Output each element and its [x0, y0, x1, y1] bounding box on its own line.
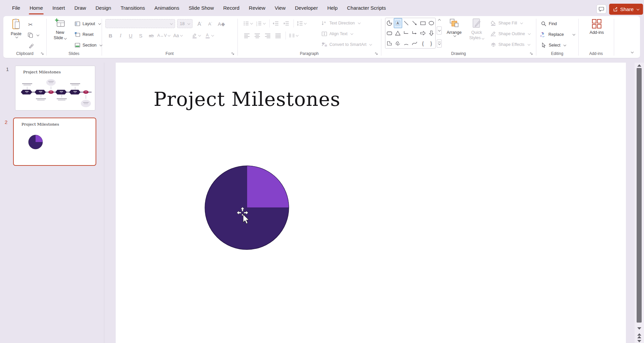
comments-button[interactable]: [596, 4, 606, 14]
menu-tab-developer[interactable]: Developer: [290, 0, 322, 16]
scroll-down-button[interactable]: [437, 26, 442, 35]
scroll-up-arrow[interactable]: [637, 64, 641, 67]
shape-scribble[interactable]: [394, 38, 402, 48]
shape-arrow-line[interactable]: [411, 18, 419, 28]
shape-outline-button[interactable]: Shape Outline: [490, 29, 530, 38]
columns-button[interactable]: [287, 31, 300, 40]
text-shadow-button[interactable]: S: [136, 31, 145, 40]
increase-indent-button[interactable]: [281, 19, 290, 28]
numbering-button[interactable]: 123: [255, 19, 266, 28]
align-right-button[interactable]: [263, 31, 272, 40]
shape-elbow-arrow-connector[interactable]: [411, 28, 419, 38]
menu-tab-transitions[interactable]: Transitions: [116, 0, 150, 16]
find-button[interactable]: Find: [541, 19, 557, 28]
line-spacing-button[interactable]: [295, 19, 308, 28]
shape-line[interactable]: [402, 18, 411, 28]
menu-tab-insert[interactable]: Insert: [48, 0, 70, 16]
shape-elbow-connector[interactable]: [402, 28, 411, 38]
menu-tab-review[interactable]: Review: [244, 0, 270, 16]
shape-rounded-rectangle[interactable]: [385, 28, 394, 38]
menu-tab-slide-show[interactable]: Slide Show: [184, 0, 218, 16]
slide-title[interactable]: Project Milestones: [154, 88, 340, 110]
dialog-launcher-icon[interactable]: [231, 52, 235, 56]
arrange-button[interactable]: Arrange: [445, 18, 464, 37]
slide-thumbnail-1[interactable]: Project Milestones: [15, 66, 95, 111]
align-center-button[interactable]: [253, 31, 262, 40]
shape-text-box-selected[interactable]: A: [394, 18, 402, 28]
dialog-launcher-icon[interactable]: [374, 52, 379, 56]
align-text-button[interactable]: Align Text: [321, 29, 353, 38]
menu-tab-design[interactable]: Design: [91, 0, 116, 16]
increase-font-size-button[interactable]: Aˆ: [195, 19, 204, 29]
quick-styles-button[interactable]: Quick Styles: [466, 18, 487, 41]
dialog-launcher-icon[interactable]: [40, 52, 45, 56]
font-color-button[interactable]: A: [203, 31, 215, 40]
shape-freeform[interactable]: [385, 38, 394, 48]
menu-tab-draw[interactable]: Draw: [70, 0, 91, 16]
new-slide-icon: [55, 18, 65, 29]
character-spacing-button[interactable]: A↔V: [157, 31, 170, 40]
replace-button[interactable]: b c Replace: [540, 30, 575, 39]
next-slide-button[interactable]: [637, 340, 641, 342]
scrollbar-thumb[interactable]: [637, 68, 642, 323]
shape-pie[interactable]: [385, 18, 394, 28]
reset-button[interactable]: Reset: [74, 30, 94, 39]
clear-formatting-button[interactable]: A◆: [216, 19, 227, 29]
copy-button[interactable]: [28, 31, 39, 40]
text-direction-button[interactable]: A Text Direction: [321, 19, 360, 27]
menu-tab-record[interactable]: Record: [218, 0, 244, 16]
shape-oval[interactable]: [427, 18, 435, 28]
cut-button[interactable]: ✂: [28, 20, 33, 29]
share-button[interactable]: Share: [609, 4, 643, 15]
menu-tab-help[interactable]: Help: [323, 0, 342, 16]
menu-tab-home[interactable]: Home: [25, 0, 48, 16]
bold-button[interactable]: B: [106, 31, 115, 40]
font-name-combobox[interactable]: [105, 19, 175, 28]
change-case-button[interactable]: Aa: [171, 31, 184, 40]
italic-button[interactable]: I: [116, 31, 125, 40]
add-ins-button[interactable]: Add-ins: [586, 19, 608, 35]
shape-fill-button[interactable]: Shape Fill: [490, 19, 523, 27]
align-left-button[interactable]: [242, 31, 251, 40]
menu-tab-file[interactable]: File: [7, 0, 25, 16]
shape-triangle[interactable]: [394, 28, 402, 38]
bullets-button[interactable]: [242, 19, 254, 28]
previous-slide-button[interactable]: [637, 333, 641, 336]
slide-canvas[interactable]: Project Milestones: [116, 63, 626, 343]
decrease-indent-button[interactable]: [271, 19, 280, 28]
panel-splitter[interactable]: [104, 63, 104, 343]
previous-slide-button-2[interactable]: [637, 336, 641, 338]
menu-tab-character-scripts[interactable]: Character Scripts: [342, 0, 391, 16]
more-shapes-button[interactable]: [437, 40, 442, 48]
section-button[interactable]: Section: [74, 41, 102, 50]
layout-button[interactable]: Layout: [74, 19, 101, 28]
shape-rectangle[interactable]: [419, 18, 427, 28]
format-painter-button[interactable]: [28, 42, 34, 50]
highlight-color-button[interactable]: [190, 31, 202, 40]
decrease-font-size-button[interactable]: Aˇ: [206, 19, 215, 29]
new-slide-button[interactable]: New Slide: [50, 18, 70, 41]
slide-thumbnail-2-selected[interactable]: Project Milestones: [13, 118, 96, 166]
justify-button[interactable]: [273, 31, 282, 40]
shape-arc[interactable]: [402, 38, 411, 48]
shape-right-arrow[interactable]: [419, 28, 427, 38]
convert-to-smartart-button[interactable]: Convert to SmartArt: [321, 40, 372, 49]
shape-left-brace[interactable]: {: [419, 38, 427, 48]
scroll-down-arrow[interactable]: [637, 327, 641, 330]
paste-button[interactable]: Paste: [7, 18, 25, 38]
pie-chart[interactable]: [204, 165, 289, 250]
dialog-launcher-icon[interactable]: [529, 52, 534, 56]
menu-tab-view[interactable]: View: [270, 0, 290, 16]
select-button[interactable]: Select: [541, 41, 566, 50]
shape-curve[interactable]: [411, 38, 419, 48]
font-size-combobox[interactable]: 18: [177, 19, 193, 28]
menu-tab-animations[interactable]: Animations: [150, 0, 184, 16]
scroll-up-icon[interactable]: [438, 19, 440, 22]
underline-button[interactable]: U: [126, 31, 135, 40]
strikethrough-button[interactable]: ab: [146, 31, 156, 40]
shape-effects-button[interactable]: Shape Effects: [490, 40, 530, 49]
shape-right-brace[interactable]: }: [427, 38, 435, 48]
shape-down-arrow[interactable]: [427, 28, 435, 38]
collapse-ribbon-icon[interactable]: [631, 51, 634, 53]
vertical-scrollbar[interactable]: [635, 63, 644, 343]
